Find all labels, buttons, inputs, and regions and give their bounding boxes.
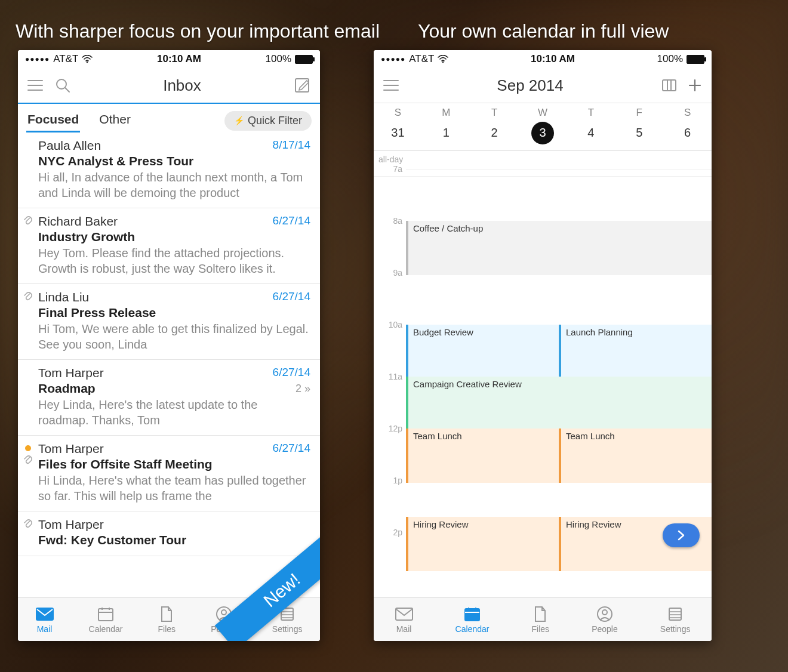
tab-focused[interactable]: Focused (26, 109, 80, 132)
message-date: 6/27/14 (273, 290, 310, 303)
date-cell[interactable]: 1 (422, 121, 470, 144)
svg-rect-9 (663, 80, 676, 91)
next-fab-button[interactable] (663, 523, 700, 547)
calendar-event[interactable]: Hiring Review (406, 517, 568, 571)
inbox-tabs: Focused Other ⚡ Quick Filter (18, 104, 320, 132)
view-toggle-icon[interactable] (661, 79, 677, 92)
message-row[interactable]: Richard Baker6/27/14Industry GrowthHey T… (18, 208, 320, 284)
message-subject: Roadmap (38, 381, 310, 396)
message-from: Tom Harper (38, 517, 310, 532)
dow-label: T (567, 107, 615, 119)
signal-dots-icon: ●●●●● (381, 55, 405, 63)
mail-icon (395, 606, 413, 622)
tabbar-label: Settings (660, 624, 691, 634)
calendar-event[interactable]: Coffee / Catch-up (406, 221, 712, 275)
message-from: Paula Allen (38, 138, 310, 153)
message-from: Linda Liu (38, 290, 310, 304)
phone-inbox: ●●●●● AT&T 10:10 AM 100% Inbox Focused O… (18, 50, 320, 641)
hour-label: 11a (374, 372, 406, 381)
tabbar-item-people[interactable]: People (592, 606, 618, 634)
thread-count: 2 » (296, 383, 310, 395)
message-from: Tom Harper (38, 442, 310, 456)
svg-point-13 (602, 610, 607, 615)
date-cell[interactable]: 4 (567, 121, 615, 144)
dow-label: S (663, 107, 712, 119)
calendar-event[interactable]: Team Lunch (406, 429, 568, 483)
hour-label: 10a (374, 320, 406, 329)
quick-filter-button[interactable]: ⚡ Quick Filter (224, 111, 312, 131)
message-preview: Hi all, In advance of the launch next mo… (38, 169, 310, 201)
message-list[interactable]: Paula Allen8/17/14NYC Analyst & Press To… (18, 132, 320, 597)
menu-icon[interactable] (27, 79, 43, 91)
message-row[interactable]: 2 »Tom Harper6/27/14RoadmapHey Linda, He… (18, 360, 320, 436)
message-row[interactable]: Tom HarperFwd: Key Customer Tour (18, 511, 320, 556)
tabbar-item-files[interactable]: Files (532, 606, 550, 634)
quick-filter-label: Quick Filter (248, 115, 302, 127)
message-subject: Industry Growth (38, 230, 310, 244)
battery-label: 100% (266, 53, 291, 65)
carrier-label: AT&T (409, 53, 434, 65)
tabbar-item-mail[interactable]: Mail (395, 606, 413, 634)
settings-icon (667, 606, 683, 622)
calendar-event[interactable]: Campaign Creative Review (406, 377, 712, 431)
tabbar-label: Settings (272, 624, 303, 634)
files-icon (534, 606, 547, 622)
tab-bar: MailCalendarFilesPeopleSettings (374, 597, 712, 641)
tab-other[interactable]: Other (98, 109, 132, 132)
date-cell[interactable]: 3 (519, 121, 567, 144)
battery-icon (687, 55, 704, 64)
message-preview: Hey Tom. Please find the attached projec… (38, 245, 310, 276)
wifi-icon (82, 55, 93, 63)
date-cell[interactable]: 2 (470, 121, 519, 144)
tabbar-label: Mail (37, 624, 53, 634)
message-row[interactable]: Linda Liu6/27/14Final Press ReleaseHi To… (18, 284, 320, 360)
menu-icon[interactable] (383, 79, 399, 91)
hour-label: 7a (374, 164, 406, 174)
calendar-grid[interactable]: all-day 7a8a9a10a11a12p1p2p Coffee / Cat… (374, 151, 712, 597)
message-from: Richard Baker (38, 214, 310, 229)
date-cell[interactable]: 5 (615, 121, 663, 144)
svg-rect-3 (36, 608, 53, 620)
status-bar: ●●●●● AT&T 10:10 AM 100% (374, 50, 712, 68)
calendar-title[interactable]: Sep 2014 (410, 76, 651, 95)
tabbar-item-calendar[interactable]: Calendar (89, 606, 123, 634)
message-row[interactable]: Tom Harper6/27/14Files for Offsite Staff… (18, 436, 320, 511)
page-title: Inbox (70, 76, 294, 95)
svg-point-8 (442, 61, 444, 63)
carrier-label: AT&T (53, 53, 78, 65)
bolt-icon: ⚡ (234, 116, 244, 125)
tabbar-label: Calendar (89, 624, 123, 634)
add-icon[interactable] (688, 78, 702, 93)
attachment-icon (23, 455, 32, 466)
dow-label: F (615, 107, 663, 119)
tabbar-label: People (592, 624, 618, 634)
nav-bar: Inbox (18, 68, 320, 104)
clock-label: 10:10 AM (157, 53, 201, 65)
dow-label: T (470, 107, 519, 119)
caption-left: With sharper focus on your important ema… (16, 20, 380, 42)
message-date: 6/27/14 (273, 214, 310, 227)
calendar-event[interactable]: Launch Planning (559, 325, 712, 379)
message-date: 6/27/14 (273, 366, 310, 379)
hour-line (406, 169, 712, 169)
hour-label: 12p (374, 424, 406, 433)
calendar-event[interactable]: Budget Review (406, 325, 568, 379)
message-row[interactable]: Paula Allen8/17/14NYC Analyst & Press To… (18, 132, 320, 208)
tabbar-item-settings[interactable]: Settings (660, 606, 691, 634)
tabbar-item-files[interactable]: Files (158, 606, 176, 634)
message-preview: Hey Linda, Here's the latest update to t… (38, 397, 310, 428)
compose-icon[interactable] (294, 77, 310, 94)
calendar-icon (464, 606, 481, 622)
date-cell[interactable]: 31 (374, 121, 422, 144)
tabbar-item-mail[interactable]: Mail (36, 606, 54, 634)
message-date: 6/27/14 (273, 442, 310, 455)
calendar-event[interactable]: Team Lunch (559, 429, 712, 483)
message-preview: Hi Linda, Here's what the team has pulle… (38, 473, 310, 504)
tabbar-item-calendar[interactable]: Calendar (455, 606, 490, 634)
search-icon[interactable] (55, 78, 70, 93)
dow-label: M (422, 107, 470, 119)
tabbar-label: Mail (396, 624, 412, 634)
message-subject: NYC Analyst & Press Tour (38, 154, 310, 168)
date-cell[interactable]: 6 (663, 121, 712, 144)
calendar-nav: Sep 2014 (374, 68, 712, 103)
